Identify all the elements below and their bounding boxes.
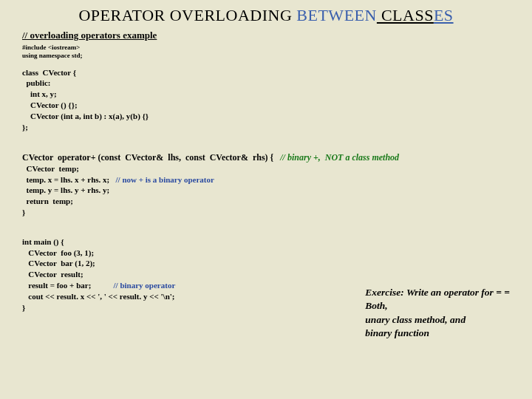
op-line-3a: temp. x = lhs. x + rhs. x;	[22, 175, 109, 184]
main-l5a: result = foo + bar;	[22, 281, 91, 290]
exercise-l4: binary function	[365, 327, 510, 340]
main-l7: }	[22, 303, 25, 312]
op-line-2: CVector temp;	[22, 164, 79, 173]
op-sig-comment: // binary +, NOT a class method	[273, 152, 399, 163]
title-part-4: ES	[434, 6, 454, 24]
main-l1: int main () {	[22, 237, 64, 246]
main-l6: cout << result. x << ', ' << result. y <…	[22, 292, 175, 301]
op-signature: CVector operator+ (const CVector& lhs, c…	[22, 152, 273, 163]
op-line-3-comment: // now + is a binary operator	[109, 175, 214, 184]
exercise-l2: Both,	[365, 299, 510, 313]
op-line-5: return temp;	[22, 197, 73, 205]
slide-title: OPERATOR OVERLOADING BETWEEN CLASSES	[0, 0, 532, 30]
operator-function: CVector operator+ (const CVector& lhs, c…	[0, 140, 532, 218]
main-l4: CVector result;	[22, 270, 83, 279]
class-definition: class CVector { public: int x, y; CVecto…	[0, 67, 532, 133]
using-line: using namespace std;	[22, 52, 532, 60]
main-l3: CVector bar (1, 2);	[22, 259, 95, 267]
include-line: #include <iostream>	[22, 44, 532, 52]
title-part-1: OPERATOR OVERLOADING	[78, 6, 296, 24]
includes-block: #include <iostream> using namespace std;	[0, 44, 532, 60]
title-part-2: BETWEEN	[296, 6, 377, 24]
main-l5-comment: // binary operator	[91, 281, 175, 290]
example-comment: // overloading operators example	[0, 30, 532, 41]
exercise-l3: unary class method, and	[365, 313, 510, 327]
exercise-note: Exercise: Write an operator for = = Both…	[365, 286, 510, 340]
exercise-l1: Exercise: Write an operator for = =	[365, 286, 510, 299]
op-line-6: }	[22, 208, 25, 216]
main-l2: CVector foo (3, 1);	[22, 248, 94, 257]
op-line-4: temp. y = lhs. y + rhs. y;	[22, 185, 109, 194]
title-part-3: CLASS	[377, 6, 434, 24]
